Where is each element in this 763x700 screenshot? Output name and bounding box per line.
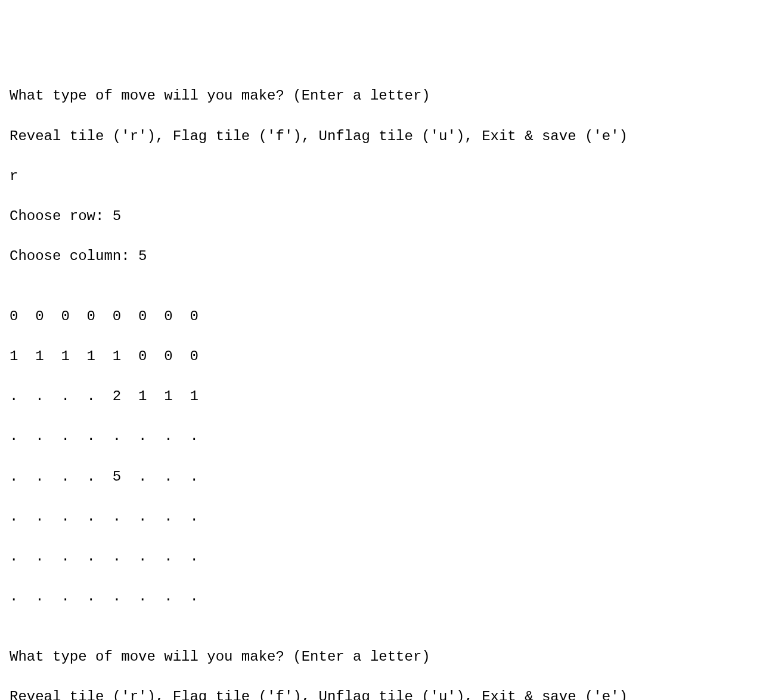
board-row: . . . . . . . . (10, 426, 753, 447)
choose-row-line: Choose row: 5 (10, 206, 753, 227)
choose-row-label: Choose row: (10, 208, 113, 224)
move-prompt-options: Reveal tile ('r'), Flag tile ('f'), Unfl… (10, 687, 753, 700)
move-prompt-question: What type of move will you make? (Enter … (10, 647, 753, 667)
board-row: 1 1 1 1 1 0 0 0 (10, 346, 753, 367)
board-row: . . . . 2 1 1 1 (10, 386, 753, 407)
user-input-column[interactable]: 5 (138, 248, 147, 264)
board-row: . . . . . . . . (10, 507, 753, 527)
board-row: 0 0 0 0 0 0 0 0 (10, 306, 753, 327)
user-input-row[interactable]: 5 (113, 208, 121, 224)
board-row: . . . . 5 . . . (10, 467, 753, 487)
user-input-move[interactable]: r (10, 166, 753, 187)
move-prompt-question: What type of move will you make? (Enter … (10, 86, 753, 106)
board-row: . . . . . . . . (10, 587, 753, 607)
choose-column-label: Choose column: (10, 248, 138, 264)
board-row: . . . . . . . . (10, 547, 753, 567)
choose-column-line: Choose column: 5 (10, 246, 753, 267)
move-prompt-options: Reveal tile ('r'), Flag tile ('f'), Unfl… (10, 126, 753, 147)
